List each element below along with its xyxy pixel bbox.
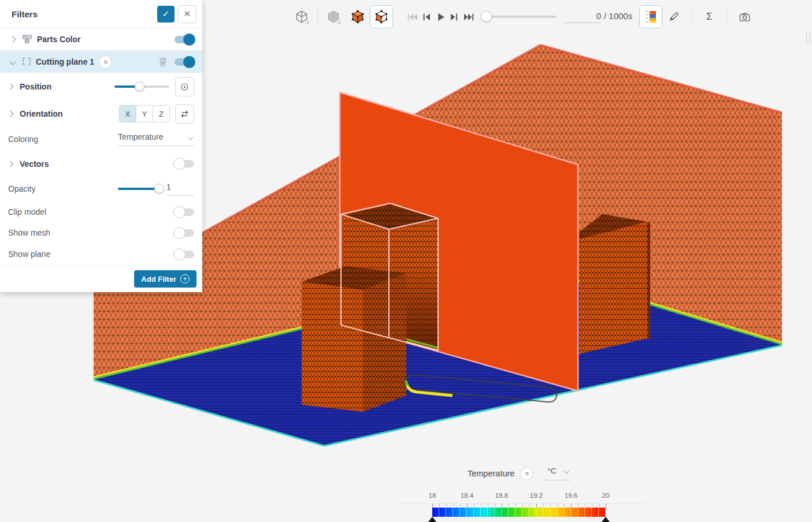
toolbar-separator bbox=[726, 10, 727, 24]
legend-options-menu-button[interactable]: ≡ bbox=[520, 467, 533, 480]
target-icon bbox=[180, 83, 189, 91]
legend-toggle-button[interactable] bbox=[639, 5, 662, 28]
add-filter-button[interactable]: Add Filter + bbox=[134, 270, 196, 288]
show-mesh-label: Show mesh bbox=[8, 228, 50, 237]
position-slider[interactable] bbox=[114, 85, 169, 88]
pencil-icon bbox=[669, 12, 679, 22]
time-input[interactable]: 0 bbox=[564, 11, 601, 23]
scrollbar-thumb[interactable] bbox=[806, 33, 810, 44]
close-panel-button[interactable]: ✕ bbox=[178, 5, 196, 23]
view-wireframe-button[interactable] bbox=[292, 9, 312, 24]
sigma-icon: Σ bbox=[706, 11, 713, 23]
legend-title: Temperature bbox=[468, 469, 514, 478]
opacity-value-input[interactable]: 1 bbox=[166, 182, 194, 196]
timeline-slider[interactable] bbox=[482, 16, 556, 18]
clip-model-row: Clip model bbox=[0, 202, 202, 222]
show-plane-row: Show plane bbox=[0, 243, 202, 265]
chevron-right-icon[interactable] bbox=[7, 110, 13, 117]
orientation-z-button[interactable]: Z bbox=[153, 105, 170, 122]
chevron-down-icon bbox=[188, 134, 193, 139]
opacity-slider-knob[interactable] bbox=[154, 184, 164, 193]
screenshot-button[interactable] bbox=[733, 12, 756, 22]
opacity-row: Opacity 1 bbox=[0, 176, 202, 202]
vectors-toggle[interactable] bbox=[175, 160, 194, 167]
viewer-toolbar: 0 / 1000s Σ bbox=[292, 5, 756, 28]
swap-arrows-icon bbox=[180, 110, 189, 118]
parts-color-icon bbox=[22, 35, 32, 44]
menu-icon: ≡ bbox=[103, 58, 107, 65]
chevron-down-icon[interactable] bbox=[9, 58, 16, 65]
camera-icon bbox=[739, 12, 750, 22]
flip-orientation-button[interactable] bbox=[175, 105, 194, 124]
menu-icon: ≡ bbox=[525, 470, 529, 477]
legend-title-row: Temperature ≡ °C bbox=[432, 467, 606, 480]
legend-tick-label: 19.6 bbox=[565, 492, 577, 499]
right-cabinet-box bbox=[579, 214, 650, 354]
filter-label: Parts Color bbox=[37, 35, 80, 44]
front-cabinet-box bbox=[302, 266, 406, 412]
orientation-x-button[interactable]: X bbox=[119, 105, 136, 122]
opacity-slider[interactable] bbox=[118, 188, 160, 190]
filter-label: Cutting plane 1 bbox=[36, 57, 94, 66]
previous-frame-icon bbox=[422, 13, 431, 21]
orientation-y-button[interactable]: Y bbox=[136, 105, 153, 122]
clip-model-label: Clip model bbox=[8, 207, 46, 217]
view-solid-button[interactable] bbox=[348, 9, 368, 24]
cutting-plane-visibility-toggle[interactable] bbox=[175, 58, 194, 66]
apply-filters-button[interactable]: ✓ bbox=[157, 6, 175, 23]
toolbar-separator bbox=[691, 10, 692, 24]
parts-color-visibility-toggle[interactable] bbox=[175, 36, 194, 43]
coloring-select[interactable]: Temperature bbox=[118, 132, 194, 146]
previous-frame-button[interactable] bbox=[420, 13, 433, 21]
toolbar-separator bbox=[317, 10, 318, 24]
solid-cube-icon bbox=[350, 9, 365, 24]
legend-colorbar[interactable] bbox=[432, 508, 606, 517]
filter-options-menu-button[interactable]: ≡ bbox=[99, 55, 112, 69]
next-frame-button[interactable] bbox=[447, 13, 461, 21]
show-mesh-toggle[interactable] bbox=[175, 229, 194, 237]
chevron-right-icon[interactable] bbox=[7, 83, 13, 90]
coloring-label: Coloring bbox=[8, 135, 38, 144]
plus-icon: + bbox=[180, 274, 190, 284]
legend-max-handle[interactable] bbox=[602, 517, 610, 522]
probe-point-button[interactable] bbox=[662, 12, 685, 22]
temperature-legend: Temperature ≡ °C 1818.418.819.219.620 bbox=[399, 465, 647, 522]
legend-unit-select[interactable]: °C bbox=[543, 467, 570, 480]
panel-title: Filters bbox=[12, 9, 157, 19]
opacity-label: Opacity bbox=[8, 184, 35, 193]
time-display: 0 / 1000s bbox=[564, 11, 632, 23]
legend-tick-label: 18.8 bbox=[495, 492, 508, 499]
time-total-label: / 1000s bbox=[604, 11, 632, 21]
legend-tick-label: 18 bbox=[429, 492, 436, 499]
statistics-button[interactable]: Σ bbox=[698, 11, 721, 23]
legend-min-handle[interactable] bbox=[428, 517, 436, 522]
timeline-slider-knob[interactable] bbox=[481, 11, 492, 22]
skip-to-end-button[interactable] bbox=[461, 13, 476, 21]
play-button[interactable] bbox=[433, 13, 447, 21]
filter-row-cutting-plane-1[interactable]: Cutting plane 1 ≡ bbox=[0, 50, 202, 73]
filter-row-parts-color[interactable]: Parts Color bbox=[0, 28, 202, 50]
show-plane-toggle[interactable] bbox=[175, 251, 194, 258]
view-mesh-button[interactable] bbox=[324, 9, 343, 24]
chevron-down-icon bbox=[563, 468, 569, 473]
add-filter-label: Add Filter bbox=[141, 275, 176, 284]
coloring-row: Coloring Temperature bbox=[0, 127, 202, 151]
chevron-right-icon[interactable] bbox=[7, 161, 13, 167]
delete-filter-button[interactable] bbox=[159, 57, 167, 66]
coloring-value: Temperature bbox=[118, 132, 164, 141]
skip-to-start-button[interactable] bbox=[405, 13, 420, 21]
legend-tick-label: 20 bbox=[602, 492, 610, 499]
legend-unit-value: °C bbox=[547, 467, 556, 475]
chevron-right-icon[interactable] bbox=[9, 36, 16, 42]
close-icon: ✕ bbox=[184, 9, 191, 19]
center-position-button[interactable] bbox=[175, 77, 194, 96]
cutting-plane-icon bbox=[22, 57, 31, 66]
clip-model-toggle[interactable] bbox=[175, 208, 194, 216]
skip-start-icon bbox=[407, 13, 418, 21]
next-frame-icon bbox=[450, 13, 459, 21]
vectors-label: Vectors bbox=[20, 159, 49, 169]
view-filtered-button[interactable] bbox=[370, 5, 393, 28]
filters-panel: Filters ✓ ✕ Parts Color Cutting plane 1 … bbox=[0, 0, 202, 292]
legend-tick-label: 18.4 bbox=[461, 492, 473, 499]
position-slider-knob[interactable] bbox=[135, 81, 144, 91]
